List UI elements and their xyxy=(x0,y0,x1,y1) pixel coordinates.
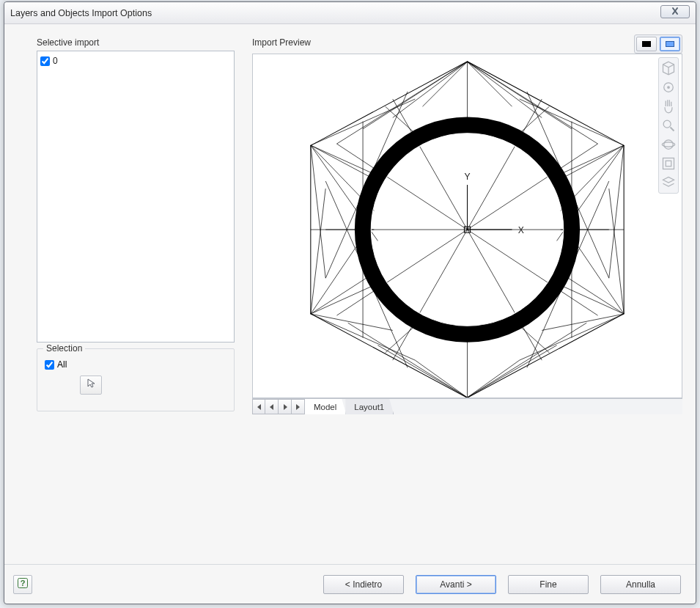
import-preview-label: Import Preview xyxy=(252,37,682,48)
select-all-checkbox[interactable] xyxy=(45,360,54,370)
zoom-icon[interactable] xyxy=(661,118,676,133)
layer-label: 0 xyxy=(53,56,58,66)
tab-strip: Model Layout1 xyxy=(252,398,682,414)
svg-line-28 xyxy=(311,314,393,330)
svg-rect-70 xyxy=(666,161,671,166)
orbit-icon[interactable] xyxy=(661,137,676,152)
fit-icon[interactable] xyxy=(661,156,676,171)
svg-line-21 xyxy=(415,360,467,398)
cube-view-icon[interactable] xyxy=(661,61,676,76)
view-mode-toggle xyxy=(634,34,682,54)
tab-model[interactable]: Model xyxy=(305,399,346,414)
svg-line-20 xyxy=(377,345,467,398)
left-column: Selective import 0 Selection All xyxy=(37,37,235,564)
svg-line-31 xyxy=(311,145,378,181)
tab-nav xyxy=(252,399,305,414)
svg-point-67 xyxy=(664,140,674,150)
back-button[interactable]: < Indietro xyxy=(323,575,404,594)
axis-x-label: X xyxy=(518,225,524,235)
preview-canvas: X Y xyxy=(253,54,682,398)
svg-line-3 xyxy=(393,62,468,117)
layer-tree[interactable]: 0 xyxy=(37,51,235,343)
svg-point-64 xyxy=(667,86,670,89)
svg-line-17 xyxy=(542,314,624,330)
pick-selection-button[interactable] xyxy=(80,376,102,395)
selection-group: Selection All xyxy=(37,348,235,411)
selection-legend: Selection xyxy=(43,343,85,354)
tab-nav-last[interactable] xyxy=(292,399,305,414)
svg-line-5 xyxy=(468,62,512,106)
content-area: Selective import 0 Selection All xyxy=(4,24,696,564)
close-icon xyxy=(670,5,680,18)
wizard-buttons: < Indietro Avanti > Fine Annulla xyxy=(323,575,681,594)
tab-nav-first[interactable] xyxy=(252,399,265,414)
titlebar: Layers and Objects Import Options xyxy=(4,2,696,24)
svg-line-23 xyxy=(468,345,557,398)
svg-line-66 xyxy=(671,128,674,131)
close-button[interactable] xyxy=(660,5,690,18)
svg-line-6 xyxy=(468,62,542,117)
dialog-footer: ? < Indietro Avanti > Fine Annulla xyxy=(4,564,696,604)
svg-line-13 xyxy=(609,145,624,278)
svg-rect-69 xyxy=(663,158,674,169)
selective-import-label: Selective import xyxy=(37,37,235,48)
view-tools-strip xyxy=(658,57,679,194)
help-icon: ? xyxy=(17,577,29,592)
select-all-label: All xyxy=(57,359,67,370)
tab-nav-next[interactable] xyxy=(279,399,292,414)
svg-point-65 xyxy=(663,120,671,128)
tab-nav-prev[interactable] xyxy=(265,399,279,414)
view-mode-solid-button[interactable] xyxy=(636,37,657,51)
preview-viewport[interactable]: X Y xyxy=(252,54,682,398)
right-column: Import Preview xyxy=(252,37,682,564)
solid-rect-icon xyxy=(642,41,651,47)
view-mode-wire-button[interactable] xyxy=(660,37,680,51)
next-button[interactable]: Avanti > xyxy=(416,575,496,594)
svg-line-34 xyxy=(311,145,325,278)
tab-layout1[interactable]: Layout1 xyxy=(345,399,394,414)
target-icon[interactable] xyxy=(661,80,676,95)
layers-icon[interactable] xyxy=(661,175,676,190)
svg-line-4 xyxy=(422,62,467,106)
window-title: Layers and Objects Import Options xyxy=(10,8,152,18)
pan-icon[interactable] xyxy=(661,99,676,114)
svg-line-10 xyxy=(557,145,625,181)
wire-rect-icon xyxy=(666,41,674,47)
axis-y-label: Y xyxy=(464,172,470,182)
cancel-button[interactable]: Annulla xyxy=(600,575,681,594)
layer-checkbox[interactable] xyxy=(40,56,50,66)
help-button[interactable]: ? xyxy=(13,575,32,594)
select-all-row: All xyxy=(45,359,226,370)
finish-button[interactable]: Fine xyxy=(508,575,589,594)
svg-line-22 xyxy=(468,360,520,398)
svg-text:?: ? xyxy=(21,579,26,587)
import-options-dialog: Layers and Objects Import Options Select… xyxy=(4,1,696,604)
tree-item[interactable]: 0 xyxy=(40,54,231,67)
cursor-icon xyxy=(86,378,95,392)
